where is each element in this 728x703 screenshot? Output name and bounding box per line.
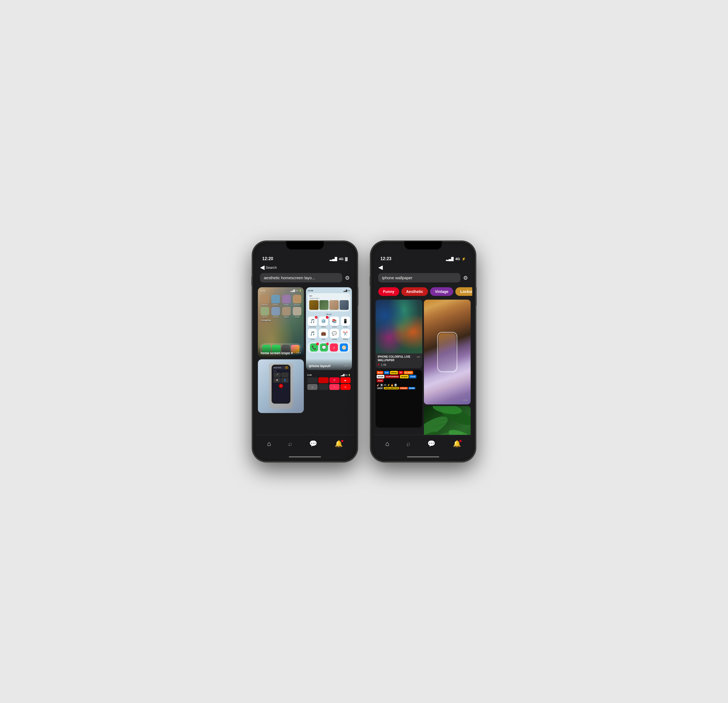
phone-in-hand-card[interactable]: Sarah Smith mobile [258, 359, 304, 413]
right-filter-button[interactable]: ⚙ [463, 275, 468, 281]
right-chat-icon: 💬 [428, 440, 435, 447]
mini-icon2: ⋯ [284, 374, 286, 376]
sticker-2: Eat [384, 371, 389, 374]
maps-icon: ⌂ [307, 384, 318, 390]
pinterest-icon: P [329, 377, 339, 383]
right-status-bar: 12:23 ▂▄█ 4G ⚡ [374, 253, 472, 263]
sticker-text-6: 💀 [394, 384, 397, 386]
left-search-header: aesthetic homescreen layo... ⚙ [256, 271, 354, 285]
svg-point-3 [446, 427, 471, 435]
colorful-more-dots[interactable]: ••• [417, 355, 420, 359]
mini-end-call: ✕ [279, 384, 283, 388]
left-tab-search[interactable]: ⌕ [288, 440, 292, 447]
mini-icons-left: ▂▄█ 4G 🔋 [290, 289, 302, 292]
badge-88: 88 [315, 316, 318, 319]
right-col: 13:08 ▂▄█ 4G ayo ♪ [306, 287, 352, 433]
chip-aesthetic[interactable]: Aesthetic [402, 287, 428, 296]
network-label: 4G [339, 257, 343, 261]
app-label-random: random [294, 304, 300, 306]
bottom-layout-card[interactable]: 6:48 ▂▄█ 4G 🔋 P ▶ [306, 372, 352, 412]
music-icon: ♪ [348, 295, 349, 297]
right-network-label: 4G [455, 257, 460, 261]
sticker-4: TF [399, 371, 403, 374]
layout-card-icons: ▂▄█ 4G [343, 290, 350, 292]
sticker-text-5: 🔥 [391, 384, 394, 386]
sticker-9: Theft [409, 375, 417, 378]
heart-icon: ♥ [378, 363, 380, 367]
app-utilities: utilities [321, 326, 326, 328]
chip-lockscreen[interactable]: Lockscreen a [455, 287, 472, 296]
left-screen: 12:20 ▂▄█ 4G ▓ ◀ Search aest [256, 244, 354, 459]
colorful-wp-card[interactable]: IPHONE COLORFUL LIVE WALLPAPER ••• ♥ 1.6… [376, 299, 422, 368]
left-tab-bell[interactable]: 🔔 [335, 440, 343, 447]
app-media: media [343, 326, 347, 328]
homescreen-card[interactable]: 10:02 ▂▄█ 4G 🔋 selfcare [258, 287, 304, 357]
mini-label: mobile [273, 370, 289, 372]
iphone-layout-card[interactable]: 13:08 ▂▄█ 4G ayo ♪ [306, 287, 352, 370]
right-tab-bell[interactable]: 🔔 [453, 440, 461, 447]
youtube-icon: ▶ [340, 377, 351, 383]
left-tab-home[interactable]: ⌂ [267, 440, 271, 447]
left-search-box[interactable]: aesthetic homescreen layo... [260, 273, 342, 282]
sticker-text-3: 🎮 [384, 384, 387, 386]
mini-icon1: 🎤 [276, 374, 278, 376]
bell-dot [341, 440, 343, 442]
right-search-icon: ⌕ [406, 440, 410, 447]
signal-icon: ▂▄█ [329, 257, 337, 261]
sticker-wp-card[interactable]: Beat Eat Sleep TF FLASH break SUPERMAN G… [376, 370, 422, 428]
music-app-icon: ♪ [329, 384, 339, 390]
battery-icon: ▓ [345, 257, 348, 261]
right-phone-inner: 12:23 ▂▄█ 4G ⚡ ◀ iphone wallpaper [374, 244, 472, 459]
right-search-row: iphone wallpaper ⚙ [378, 273, 468, 282]
sticker-11: JACK [377, 387, 383, 389]
layout-card-time: 13:08 [308, 289, 313, 292]
right-tab-search[interactable]: ⌕ [406, 440, 410, 447]
left-search-query: aesthetic homescreen layo... [264, 275, 315, 280]
chip-funny[interactable]: Funny [378, 287, 399, 296]
bottom-icons: ▂▄█ 4G 🔋 [341, 374, 351, 376]
right-signal-icon: ▂▄█ [446, 257, 454, 261]
app-label-social: social [295, 316, 299, 318]
right-home-icon: ⌂ [385, 440, 389, 447]
iphone-layout-more[interactable]: ••• [344, 364, 349, 368]
right-phone: 12:23 ▂▄█ 4G ⚡ ◀ iphone wallpaper [371, 241, 475, 462]
left-nav-row: ◀ Search [256, 263, 354, 271]
app-label-music: music [284, 304, 289, 306]
music-section-label: Music [308, 313, 350, 315]
chip-vintage[interactable]: Vintage [430, 287, 453, 296]
left-tab-bar: ⌂ ⌕ 💬 🔔 [256, 435, 354, 456]
badge-31: 31 [316, 343, 319, 345]
right-tab-home[interactable]: ⌂ [385, 440, 389, 447]
sticker-text-1: 🎸 [377, 384, 380, 386]
mini-phone-content: Sarah Smith [274, 367, 281, 369]
marble-more-dots[interactable]: ••• [463, 398, 468, 402]
mini-icon4: 👤 [284, 379, 286, 381]
sticker-6: break [377, 375, 384, 378]
app-label-sports: sports [262, 316, 267, 318]
sticker-14: DUNK [408, 387, 415, 389]
left-pin-grid: 10:02 ▂▄█ 4G 🔋 selfcare [256, 285, 354, 435]
phones-container: 12:20 ▂▄█ 4G ▓ ◀ Search aest [253, 241, 475, 462]
chat-icon: 💬 [309, 440, 317, 447]
left-filter-button[interactable]: ⚙ [345, 275, 350, 281]
tropical-wp-card[interactable] [424, 406, 471, 435]
marble-wp-card[interactable]: ••• [424, 299, 471, 404]
home-indicator-left [289, 456, 321, 457]
left-tab-chat[interactable]: 💬 [309, 440, 317, 447]
app-work: work [322, 338, 325, 340]
right-back-button[interactable]: ◀ [378, 264, 383, 271]
left-status-icons: ▂▄█ 4G ▓ [329, 257, 348, 261]
sticker-5: FLASH [404, 371, 413, 374]
home-indicator-right [407, 456, 439, 457]
right-tab-chat[interactable]: 💬 [428, 440, 435, 447]
right-battery-icon: ⚡ [462, 257, 466, 261]
colorful-wp-likes: ♥ 1.6k [376, 363, 422, 368]
wp-left-col: IPHONE COLORFUL LIVE WALLPAPER ••• ♥ 1.6… [376, 299, 422, 435]
colorful-wp-title: IPHONE COLORFUL LIVE WALLPAPER ••• [376, 353, 422, 363]
app-editing: editing [343, 338, 348, 340]
left-back-button[interactable]: ◀ [260, 264, 264, 271]
homescreen-more-dots[interactable]: ••• [296, 351, 301, 355]
dock-phone-icon: 📞 [312, 345, 316, 350]
right-search-box[interactable]: iphone wallpaper [378, 273, 461, 282]
wp-right-col: ••• [424, 299, 471, 435]
